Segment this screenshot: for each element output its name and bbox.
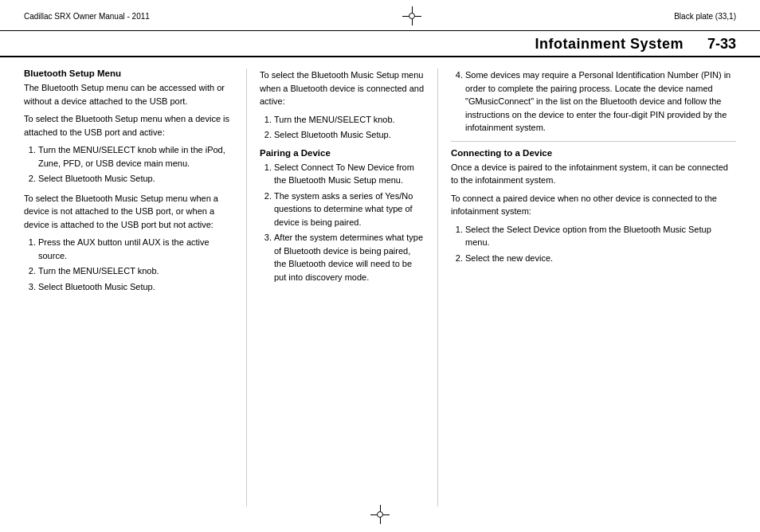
footer-crosshair-icon <box>370 505 390 524</box>
left-para1: The Bluetooth Setup menu can be accessed… <box>24 81 232 108</box>
list-item: Select Bluetooth Music Setup. <box>38 280 232 294</box>
left-list2: Press the AUX button until AUX is the ac… <box>24 236 232 293</box>
right-heading2: Connecting to a Device <box>451 148 736 158</box>
left-para2: To select the Bluetooth Setup menu when … <box>24 112 232 139</box>
header-right: Black plate (33,1) <box>674 12 736 21</box>
list-item: Select Connect To New Device from the Bl… <box>274 161 425 187</box>
header-left: Cadillac SRX Owner Manual - 2011 <box>24 12 150 21</box>
footer-crosshair-circle <box>377 511 383 518</box>
list-item: The system asks a series of Yes/No quest… <box>274 190 425 229</box>
header-center <box>402 6 421 25</box>
left-para3: To select the Bluetooth Music Setup menu… <box>24 192 232 232</box>
right-para1: Once a device is paired to the infotainm… <box>451 161 736 187</box>
list-item: Press the AUX button until AUX is the ac… <box>38 236 232 262</box>
header: Cadillac SRX Owner Manual - 2011 Black p… <box>0 0 760 31</box>
middle-list2: Select Connect To New Device from the Bl… <box>260 161 425 284</box>
list-item: Select Bluetooth Music Setup. <box>38 172 232 186</box>
right-list1: Some devices may require a Personal Iden… <box>451 68 736 135</box>
footer-crosshair <box>370 505 390 524</box>
list-item: Turn the MENU/SELECT knob while in the i… <box>38 143 232 170</box>
right-column: Some devices may require a Personal Iden… <box>438 68 736 507</box>
right-para2: To connect a paired device when no other… <box>451 192 736 218</box>
left-column: Bluetooth Setup Menu The Bluetooth Setup… <box>24 68 247 507</box>
list-item: Some devices may require a Personal Iden… <box>465 68 736 135</box>
list-item: Select Bluetooth Music Setup. <box>274 128 425 142</box>
right-list2: Select the Select Device option from the… <box>451 223 736 265</box>
list-item: Select the new device. <box>465 252 736 265</box>
crosshair-circle <box>409 13 415 19</box>
page: Cadillac SRX Owner Manual - 2011 Black p… <box>0 0 760 532</box>
middle-list1: Turn the MENU/SELECT knob. Select Blueto… <box>260 113 425 142</box>
middle-column: To select the Bluetooth Music Setup menu… <box>247 68 438 507</box>
section-title: Infotainment System <box>535 36 684 53</box>
list-item: Select the Select Device option from the… <box>465 223 736 249</box>
list-item: Turn the MENU/SELECT knob. <box>274 113 425 127</box>
left-heading: Bluetooth Setup Menu <box>24 68 232 78</box>
list-item: Turn the MENU/SELECT knob. <box>38 264 232 278</box>
title-bar: Infotainment System 7-33 <box>0 31 760 57</box>
left-list1: Turn the MENU/SELECT knob while in the i… <box>24 143 232 186</box>
middle-heading2: Pairing a Device <box>260 148 425 158</box>
content-area: Bluetooth Setup Menu The Bluetooth Setup… <box>0 57 760 518</box>
middle-para1: To select the Bluetooth Music Setup menu… <box>260 68 425 108</box>
section-divider <box>451 141 736 142</box>
page-number: 7-33 <box>707 36 736 53</box>
list-item: After the system determines what type of… <box>274 231 425 284</box>
crosshair-icon <box>402 6 421 25</box>
